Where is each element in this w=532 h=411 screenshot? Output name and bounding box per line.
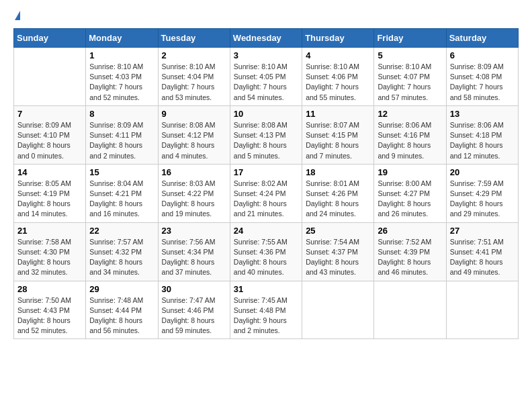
weekday-header-row: SundayMondayTuesdayWednesdayThursdayFrid… (14, 29, 519, 48)
calendar-cell: 14 Sunrise: 8:05 AMSunset: 4:19 PMDaylig… (14, 164, 86, 222)
calendar-cell: 23 Sunrise: 7:56 AMSunset: 4:34 PMDaylig… (158, 222, 230, 281)
day-info: Sunrise: 8:09 AMSunset: 4:08 PMDaylight:… (450, 62, 515, 103)
calendar-week-row: 1 Sunrise: 8:10 AMSunset: 4:03 PMDayligh… (14, 48, 519, 106)
day-info: Sunrise: 8:06 AMSunset: 4:18 PMDaylight:… (450, 120, 515, 161)
day-number: 31 (234, 284, 298, 294)
day-info: Sunrise: 8:06 AMSunset: 4:16 PMDaylight:… (378, 120, 442, 161)
calendar-cell (374, 281, 446, 339)
calendar-week-row: 28 Sunrise: 7:50 AMSunset: 4:43 PMDaylig… (14, 281, 519, 339)
calendar-cell: 7 Sunrise: 8:09 AMSunset: 4:10 PMDayligh… (14, 105, 86, 164)
day-number: 19 (378, 167, 442, 177)
day-info: Sunrise: 8:10 AMSunset: 4:05 PMDaylight:… (234, 62, 298, 103)
day-info: Sunrise: 8:10 AMSunset: 4:07 PMDaylight:… (378, 62, 442, 103)
day-info: Sunrise: 7:52 AMSunset: 4:39 PMDaylight:… (378, 237, 442, 278)
day-info: Sunrise: 8:10 AMSunset: 4:06 PMDaylight:… (306, 62, 370, 103)
day-info: Sunrise: 7:57 AMSunset: 4:32 PMDaylight:… (89, 237, 154, 278)
day-info: Sunrise: 7:47 AMSunset: 4:46 PMDaylight:… (162, 295, 226, 336)
day-info: Sunrise: 8:02 AMSunset: 4:24 PMDaylight:… (234, 179, 298, 220)
calendar-cell: 16 Sunrise: 8:03 AMSunset: 4:22 PMDaylig… (158, 164, 230, 222)
day-number: 29 (89, 284, 154, 294)
day-number: 8 (89, 109, 154, 119)
day-info: Sunrise: 8:07 AMSunset: 4:15 PMDaylight:… (306, 120, 370, 161)
day-info: Sunrise: 8:04 AMSunset: 4:21 PMDaylight:… (89, 179, 154, 220)
calendar-cell: 28 Sunrise: 7:50 AMSunset: 4:43 PMDaylig… (14, 281, 86, 339)
calendar-cell: 5 Sunrise: 8:10 AMSunset: 4:07 PMDayligh… (374, 48, 446, 106)
calendar-cell: 2 Sunrise: 8:10 AMSunset: 4:04 PMDayligh… (158, 48, 230, 106)
day-number: 23 (162, 226, 226, 236)
day-number: 2 (162, 50, 226, 60)
day-info: Sunrise: 8:08 AMSunset: 4:12 PMDaylight:… (162, 120, 226, 161)
weekday-header-friday: Friday (374, 29, 446, 48)
day-number: 18 (306, 167, 370, 177)
calendar-cell: 17 Sunrise: 8:02 AMSunset: 4:24 PMDaylig… (230, 164, 302, 222)
weekday-header-thursday: Thursday (302, 29, 374, 48)
calendar-cell: 1 Sunrise: 8:10 AMSunset: 4:03 PMDayligh… (86, 48, 158, 106)
day-info: Sunrise: 8:03 AMSunset: 4:22 PMDaylight:… (162, 179, 226, 220)
day-number: 26 (378, 226, 442, 236)
day-number: 13 (450, 109, 515, 119)
calendar-week-row: 14 Sunrise: 8:05 AMSunset: 4:19 PMDaylig… (14, 164, 519, 222)
day-info: Sunrise: 7:56 AMSunset: 4:34 PMDaylight:… (162, 237, 226, 278)
day-number: 5 (378, 50, 442, 60)
day-number: 27 (450, 226, 515, 236)
day-info: Sunrise: 8:05 AMSunset: 4:19 PMDaylight:… (17, 179, 82, 220)
day-info: Sunrise: 8:08 AMSunset: 4:13 PMDaylight:… (234, 120, 298, 161)
calendar-cell (14, 48, 86, 106)
calendar-cell: 24 Sunrise: 7:55 AMSunset: 4:36 PMDaylig… (230, 222, 302, 281)
day-number: 21 (17, 226, 82, 236)
calendar-cell: 8 Sunrise: 8:09 AMSunset: 4:11 PMDayligh… (86, 105, 158, 164)
day-info: Sunrise: 7:54 AMSunset: 4:37 PMDaylight:… (306, 237, 370, 278)
calendar-cell (302, 281, 374, 339)
calendar-cell: 22 Sunrise: 7:57 AMSunset: 4:32 PMDaylig… (86, 222, 158, 281)
calendar-cell: 18 Sunrise: 8:01 AMSunset: 4:26 PMDaylig… (302, 164, 374, 222)
weekday-header-sunday: Sunday (14, 29, 86, 48)
day-info: Sunrise: 8:10 AMSunset: 4:04 PMDaylight:… (162, 62, 226, 103)
day-number: 22 (89, 226, 154, 236)
day-number: 7 (17, 109, 82, 119)
header (13, 11, 519, 20)
day-info: Sunrise: 7:48 AMSunset: 4:44 PMDaylight:… (89, 295, 154, 336)
calendar-cell: 9 Sunrise: 8:08 AMSunset: 4:12 PMDayligh… (158, 105, 230, 164)
day-number: 28 (17, 284, 82, 294)
calendar-cell: 25 Sunrise: 7:54 AMSunset: 4:37 PMDaylig… (302, 222, 374, 281)
calendar-cell: 12 Sunrise: 8:06 AMSunset: 4:16 PMDaylig… (374, 105, 446, 164)
day-number: 16 (162, 167, 226, 177)
weekday-header-saturday: Saturday (446, 29, 518, 48)
day-number: 25 (306, 226, 370, 236)
day-number: 3 (234, 50, 298, 60)
day-info: Sunrise: 8:01 AMSunset: 4:26 PMDaylight:… (306, 179, 370, 220)
calendar-cell: 29 Sunrise: 7:48 AMSunset: 4:44 PMDaylig… (86, 281, 158, 339)
day-info: Sunrise: 8:09 AMSunset: 4:10 PMDaylight:… (17, 120, 82, 161)
logo (13, 11, 20, 20)
calendar-cell: 30 Sunrise: 7:47 AMSunset: 4:46 PMDaylig… (158, 281, 230, 339)
calendar-cell: 6 Sunrise: 8:09 AMSunset: 4:08 PMDayligh… (446, 48, 518, 106)
calendar-cell: 27 Sunrise: 7:51 AMSunset: 4:41 PMDaylig… (446, 222, 518, 281)
day-info: Sunrise: 8:10 AMSunset: 4:03 PMDaylight:… (89, 62, 154, 103)
calendar-cell: 21 Sunrise: 7:58 AMSunset: 4:30 PMDaylig… (14, 222, 86, 281)
calendar-cell: 20 Sunrise: 7:59 AMSunset: 4:29 PMDaylig… (446, 164, 518, 222)
day-number: 11 (306, 109, 370, 119)
day-number: 4 (306, 50, 370, 60)
day-number: 6 (450, 50, 515, 60)
day-number: 17 (234, 167, 298, 177)
calendar-cell: 11 Sunrise: 8:07 AMSunset: 4:15 PMDaylig… (302, 105, 374, 164)
day-info: Sunrise: 8:09 AMSunset: 4:11 PMDaylight:… (89, 120, 154, 161)
day-number: 15 (89, 167, 154, 177)
day-info: Sunrise: 7:58 AMSunset: 4:30 PMDaylight:… (17, 237, 82, 278)
calendar-cell: 15 Sunrise: 8:04 AMSunset: 4:21 PMDaylig… (86, 164, 158, 222)
day-info: Sunrise: 7:59 AMSunset: 4:29 PMDaylight:… (450, 179, 515, 220)
day-info: Sunrise: 7:51 AMSunset: 4:41 PMDaylight:… (450, 237, 515, 278)
day-number: 24 (234, 226, 298, 236)
calendar-week-row: 7 Sunrise: 8:09 AMSunset: 4:10 PMDayligh… (14, 105, 519, 164)
calendar-cell: 13 Sunrise: 8:06 AMSunset: 4:18 PMDaylig… (446, 105, 518, 164)
day-number: 14 (17, 167, 82, 177)
weekday-header-tuesday: Tuesday (158, 29, 230, 48)
calendar-cell (446, 281, 518, 339)
calendar-cell: 31 Sunrise: 7:45 AMSunset: 4:48 PMDaylig… (230, 281, 302, 339)
logo-triangle-icon (15, 11, 20, 20)
calendar-cell: 4 Sunrise: 8:10 AMSunset: 4:06 PMDayligh… (302, 48, 374, 106)
day-info: Sunrise: 7:50 AMSunset: 4:43 PMDaylight:… (17, 295, 82, 336)
day-number: 12 (378, 109, 442, 119)
calendar-cell: 26 Sunrise: 7:52 AMSunset: 4:39 PMDaylig… (374, 222, 446, 281)
calendar-cell: 3 Sunrise: 8:10 AMSunset: 4:05 PMDayligh… (230, 48, 302, 106)
